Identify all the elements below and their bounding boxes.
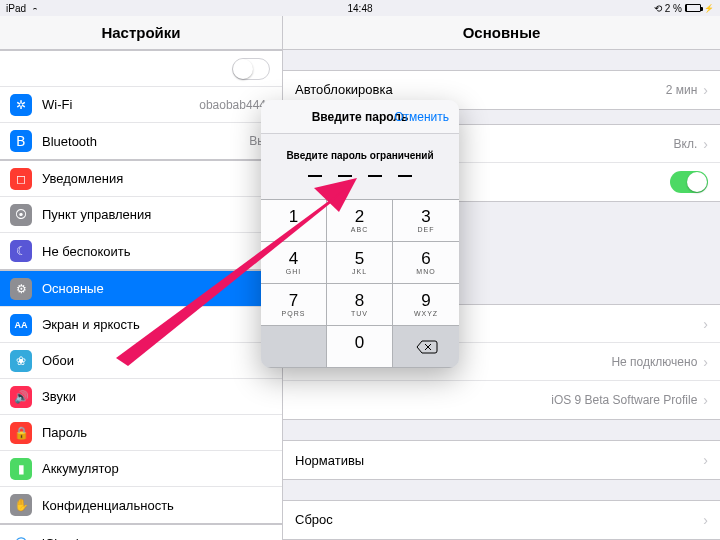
sidebar-item-label: Звуки (42, 389, 270, 404)
passcode-digit (338, 175, 352, 177)
keypad-letters-label: GHI (286, 268, 301, 275)
row-value: Вкл. (674, 137, 698, 151)
device-label: iPad (6, 3, 26, 14)
sidebar-item-notifications[interactable]: ◻ Уведомления (0, 161, 282, 197)
moon-icon: ☾ (10, 240, 32, 262)
keypad-letters-label: ABC (351, 226, 368, 233)
keypad-digit-label: 4 (289, 250, 298, 267)
modal-subtitle: Введите пароль ограничений (261, 134, 459, 171)
row-profile[interactable]: iOS 9 Beta Software Profile › (283, 381, 720, 419)
row-value: 2 мин (666, 83, 698, 97)
chevron-right-icon: › (703, 354, 708, 370)
battery-pct: 2 % (665, 3, 682, 14)
keypad-digit-label: 8 (355, 292, 364, 309)
keypad-digit-label: 9 (421, 292, 430, 309)
row-regulatory[interactable]: Нормативы › (283, 441, 720, 479)
passcode-modal: Введите пароль Отменить Введите пароль о… (261, 100, 459, 368)
keypad-blank (261, 326, 327, 368)
sidebar-item-label: Не беспокоить (42, 244, 270, 259)
keypad-1[interactable]: 1 (261, 200, 327, 242)
control-center-icon: ⦿ (10, 204, 32, 226)
sidebar-item-label: Конфиденциальность (42, 498, 270, 513)
keypad-digit-label: 7 (289, 292, 298, 309)
airplane-toggle[interactable] (232, 58, 270, 80)
backspace-icon (416, 340, 436, 354)
speaker-icon: 🔊 (10, 386, 32, 408)
keypad-0[interactable]: 0 (327, 326, 393, 368)
keypad-9[interactable]: 9WXYZ (393, 284, 459, 326)
sidebar-item-passcode[interactable]: 🔒 Пароль (0, 415, 282, 451)
passcode-digit (398, 175, 412, 177)
chevron-right-icon: › (703, 512, 708, 528)
sidebar-item-dnd[interactable]: ☾ Не беспокоить (0, 233, 282, 269)
display-icon: AA (10, 314, 32, 336)
keypad-letters-label: PQRS (282, 310, 306, 317)
row-label: Сброс (295, 512, 703, 527)
keypad-digit-label: 2 (355, 208, 364, 225)
sidebar-item-label: Обои (42, 353, 270, 368)
passcode-digit (308, 175, 322, 177)
wifi-signal-icon (30, 3, 40, 13)
sidebar-item-label: Аккумулятор (42, 461, 270, 476)
chevron-right-icon: › (703, 452, 708, 468)
sidebar-item-display[interactable]: AA Экран и яркость (0, 307, 282, 343)
keypad-letters-label: TUV (351, 310, 368, 317)
sidebar-item-icloud[interactable]: iCloud (0, 525, 282, 540)
sidebar-item-airplane[interactable] (0, 51, 282, 87)
keypad-letters-label: JKL (352, 268, 367, 275)
icloud-icon (10, 532, 32, 540)
keypad-digit-label: 1 (289, 208, 298, 225)
battery-icon (685, 4, 701, 12)
keypad-letters-label: MNO (416, 268, 435, 275)
keypad-3[interactable]: 3DEF (393, 200, 459, 242)
bluetooth-icon: 𝖡 (10, 130, 32, 152)
notifications-icon: ◻ (10, 168, 32, 190)
keypad-letters-label: WXYZ (414, 310, 438, 317)
keypad-6[interactable]: 6MNO (393, 242, 459, 284)
keypad-8[interactable]: 8TUV (327, 284, 393, 326)
sidebar-item-wifi[interactable]: ✲ Wi-Fi obaobab444 (0, 87, 282, 123)
sidebar-item-general[interactable]: ⚙ Основные (0, 271, 282, 307)
keypad-7[interactable]: 7PQRS (261, 284, 327, 326)
sidebar-item-label: Экран и яркость (42, 317, 270, 332)
row-label: Автоблокировка (295, 82, 666, 97)
keypad-4[interactable]: 4GHI (261, 242, 327, 284)
gear-icon: ⚙ (10, 278, 32, 300)
restrictions-toggle[interactable] (670, 171, 708, 193)
chevron-right-icon: › (703, 136, 708, 152)
passcode-digit (368, 175, 382, 177)
sidebar-item-control-center[interactable]: ⦿ Пункт управления (0, 197, 282, 233)
battery-settings-icon: ▮ (10, 458, 32, 480)
settings-sidebar: Настройки ✲ Wi-Fi obaobab444 𝖡 Bluetooth… (0, 16, 283, 540)
keypad-5[interactable]: 5JKL (327, 242, 393, 284)
keypad-delete[interactable] (393, 326, 459, 368)
status-bar: iPad 14:48 ⟲ 2 % ⚡ (0, 0, 720, 16)
sidebar-item-battery[interactable]: ▮ Аккумулятор (0, 451, 282, 487)
row-value: Не подключено (611, 355, 697, 369)
cancel-button[interactable]: Отменить (394, 110, 449, 124)
sidebar-item-label: Bluetooth (42, 134, 249, 149)
sidebar-item-label: Пункт управления (42, 207, 270, 222)
sidebar-item-sounds[interactable]: 🔊 Звуки (0, 379, 282, 415)
sidebar-item-value: obaobab444 (199, 98, 266, 112)
keypad-2[interactable]: 2ABC (327, 200, 393, 242)
wifi-icon: ✲ (10, 94, 32, 116)
hand-icon: ✋ (10, 494, 32, 516)
wallpaper-icon: ❀ (10, 350, 32, 372)
chevron-right-icon: › (703, 82, 708, 98)
keypad-digit-label: 6 (421, 250, 430, 267)
row-reset[interactable]: Сброс › (283, 501, 720, 539)
sidebar-item-label: Основные (42, 281, 270, 296)
sidebar-item-privacy[interactable]: ✋ Конфиденциальность (0, 487, 282, 523)
rotation-lock-icon: ⟲ (654, 3, 662, 14)
detail-title: Основные (283, 16, 720, 50)
sidebar-title: Настройки (0, 16, 282, 50)
sidebar-item-bluetooth[interactable]: 𝖡 Bluetooth Вы (0, 123, 282, 159)
sidebar-item-wallpaper[interactable]: ❀ Обои (0, 343, 282, 379)
chevron-right-icon: › (703, 316, 708, 332)
keypad-digit-label: 3 (421, 208, 430, 225)
row-label: Нормативы (295, 453, 703, 468)
numeric-keypad: 1 2ABC3DEF4GHI5JKL6MNO7PQRS8TUV9WXYZ0 (261, 199, 459, 368)
keypad-letters-label: DEF (418, 226, 435, 233)
modal-header: Введите пароль Отменить (261, 100, 459, 134)
